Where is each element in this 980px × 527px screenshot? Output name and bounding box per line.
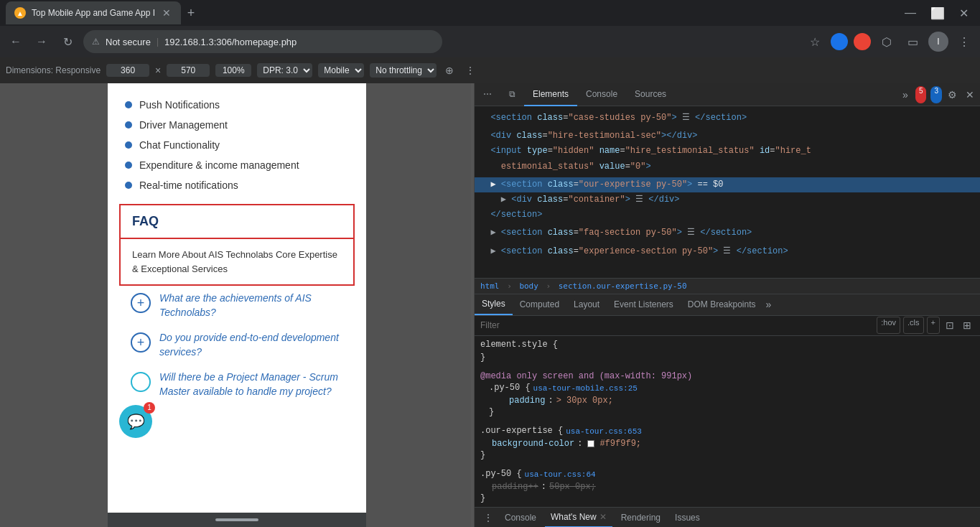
hov-button[interactable]: :hov [877, 317, 900, 334]
dom-line[interactable]: <input type="hidden" name="hire_testimon… [475, 144, 980, 159]
menu-icon[interactable]: ⋮ [954, 32, 974, 52]
maximize-button[interactable]: ⬜ [925, 4, 951, 23]
faq-expand-icon-3[interactable] [131, 372, 151, 392]
minimize-button[interactable]: — [899, 4, 922, 22]
width-input[interactable] [106, 64, 149, 77]
close-window-button[interactable]: ✕ [953, 4, 974, 23]
extension-1-icon[interactable] [831, 33, 848, 50]
faq-item-2[interactable]: + Do you provide end-to-end development … [131, 331, 343, 359]
bottom-tab-issues[interactable]: Issues [669, 508, 706, 528]
bottom-tab-whats-new-close[interactable]: ✕ [599, 512, 607, 522]
sensors-icon[interactable]: ⊕ [442, 63, 457, 78]
address-field[interactable]: ⚠ Not secure | 192.168.1.3:306/homepage.… [83, 30, 442, 53]
style-tab-computed[interactable]: Computed [513, 294, 566, 315]
style-tab-styles[interactable]: Styles [475, 294, 513, 315]
toggle-element-state-icon[interactable]: ⊡ [943, 317, 957, 334]
zoom-input[interactable] [215, 64, 251, 77]
breadcrumb-sep-2: › [546, 281, 551, 291]
css-selector: .our-expertise { [480, 426, 563, 436]
page-content: Push Notifications Driver Management Cha… [108, 83, 366, 416]
devtools-emulation-bar: Dimensions: Responsive × DPR: 3.0 Mobile… [0, 57, 980, 83]
add-css-rule-button[interactable]: + [927, 317, 940, 334]
dom-line[interactable]: ▶ <div class="container"> ☰ </div> [475, 192, 980, 207]
horizontal-scroll[interactable] [108, 513, 366, 527]
chat-widget-area: 💬 1 [108, 416, 366, 460]
css-rules: element.style { } @media only screen and… [475, 336, 980, 508]
faq-expand-icon-2[interactable]: + [131, 332, 151, 353]
devtools-settings-icon[interactable]: ⚙ [945, 86, 960, 103]
css-source[interactable]: usa-tour-mobile.css:25 [533, 384, 638, 393]
bullet-dot [125, 101, 132, 108]
style-tab-dom-breakpoints[interactable]: DOM Breakpoints [681, 294, 763, 315]
bottom-tab-whats-new[interactable]: What's New ✕ [545, 508, 612, 528]
toolbar-icons: ☆ ⬡ ▭ I ⋮ [805, 32, 974, 52]
style-tab-layout[interactable]: Layout [566, 294, 607, 315]
style-tab-event-listeners[interactable]: Event Listeners [607, 294, 681, 315]
viewport-resize-handle[interactable] [471, 83, 474, 527]
chat-widget[interactable]: 💬 1 [119, 405, 152, 438]
dom-line[interactable]: ▶ <section class="experience-section py-… [475, 244, 980, 259]
bullet-dot [125, 141, 132, 149]
dpr-select[interactable]: DPR: 3.0 [257, 63, 312, 78]
devtools-tabs: ⋯ ⧉ Elements Console Sources » 5 3 ⚙ ✕ [475, 83, 980, 106]
bottom-more-icon[interactable]: ⋮ [480, 510, 496, 525]
devtools-panel: ⋯ ⧉ Elements Console Sources » 5 3 ⚙ ✕ <… [474, 83, 980, 527]
css-close-brace: } [480, 353, 485, 363]
bookmark-icon[interactable]: ☆ [805, 32, 825, 52]
profile-icon[interactable]: I [928, 32, 948, 52]
feature-text: Expenditure & income management [139, 159, 299, 171]
breadcrumb-html[interactable]: html [480, 281, 500, 291]
dom-tree: <section class="case-studies py-50"> ☰ <… [475, 106, 980, 278]
devtools-more-tabs[interactable]: » [900, 86, 911, 103]
feature-list: Push Notifications Driver Management Cha… [119, 95, 355, 195]
devtools-more-icon[interactable]: ⋮ [462, 63, 478, 78]
bottom-tab-rendering[interactable]: Rendering [615, 508, 666, 528]
back-button[interactable]: ← [6, 32, 26, 52]
faq-item-1[interactable]: + What are the achievements of AIS Techn… [131, 292, 343, 320]
tab-title: Top Mobile App and Game App I [32, 8, 155, 18]
bottom-tabs: ⋮ Console What's New ✕ Rendering Issues [475, 507, 980, 527]
style-tabs-more[interactable]: » [763, 299, 775, 310]
css-value: > 30px 0px; [556, 396, 613, 406]
active-tab[interactable]: ▲ Top Mobile App and Game App I ✕ [6, 1, 181, 24]
css-source[interactable]: usa-tour.css:64 [525, 470, 596, 479]
dom-line[interactable]: <div class="hire-testimonial-sec"></div> [475, 129, 980, 144]
dom-line[interactable]: ▶ <section class="faq-section py-50"> ☰ … [475, 225, 980, 241]
faq-expand-icon-1[interactable]: + [131, 293, 151, 313]
breadcrumb-body[interactable]: body [519, 281, 538, 291]
devtools-tab-sources[interactable]: Sources [626, 83, 675, 106]
devtools-tab-dock[interactable]: ⧉ [500, 83, 524, 106]
cls-button[interactable]: .cls [903, 317, 924, 334]
devtools-close-icon[interactable]: ✕ [963, 86, 977, 103]
reload-button[interactable]: ↻ [57, 32, 78, 52]
devtools-tab-more-left[interactable]: ⋯ [475, 83, 500, 106]
faq-title-row: FAQ [121, 205, 353, 239]
devtools-badge-2: 3 [930, 86, 942, 103]
css-source[interactable]: usa-tour.css:653 [566, 427, 642, 436]
extension-2-icon[interactable] [854, 33, 871, 50]
css-rule-element-style: element.style { } [480, 339, 974, 363]
faq-title: FAQ [132, 214, 159, 228]
cast-icon[interactable]: ▭ [902, 32, 923, 52]
tab-close-button[interactable]: ✕ [161, 7, 172, 19]
faq-item-3[interactable]: Will there be a Project Manager - Scrum … [131, 370, 343, 398]
dom-line-selected[interactable]: ▶ <section class="our-expertise py-50"> … [475, 177, 980, 192]
throttle-select[interactable]: No throttling [370, 63, 437, 78]
devtools-tab-console[interactable]: Console [577, 83, 626, 106]
css-prop: padding++ [480, 482, 538, 492]
height-input[interactable] [167, 64, 210, 77]
faq-section: FAQ Learn More About AIS Technolabs Core… [119, 204, 355, 286]
css-selector: .py-50 { [489, 383, 531, 393]
new-tab-button[interactable]: + [181, 3, 201, 23]
devtools-tab-elements[interactable]: Elements [524, 83, 577, 106]
bottom-tab-console[interactable]: Console [499, 508, 542, 528]
css-value: 50px 0px; [549, 482, 596, 492]
new-style-rule-icon[interactable]: ⊞ [960, 317, 974, 334]
dom-line[interactable]: <section class="case-studies py-50"> ☰ <… [475, 111, 980, 126]
breadcrumb-section[interactable]: section.our-expertise.py-50 [559, 281, 687, 291]
css-prop: background-color [480, 439, 574, 449]
puzzle-icon[interactable]: ⬡ [877, 32, 897, 52]
forward-button[interactable]: → [32, 32, 52, 52]
mobile-select[interactable]: Mobile [318, 63, 364, 78]
css-filter-input[interactable] [480, 320, 871, 330]
